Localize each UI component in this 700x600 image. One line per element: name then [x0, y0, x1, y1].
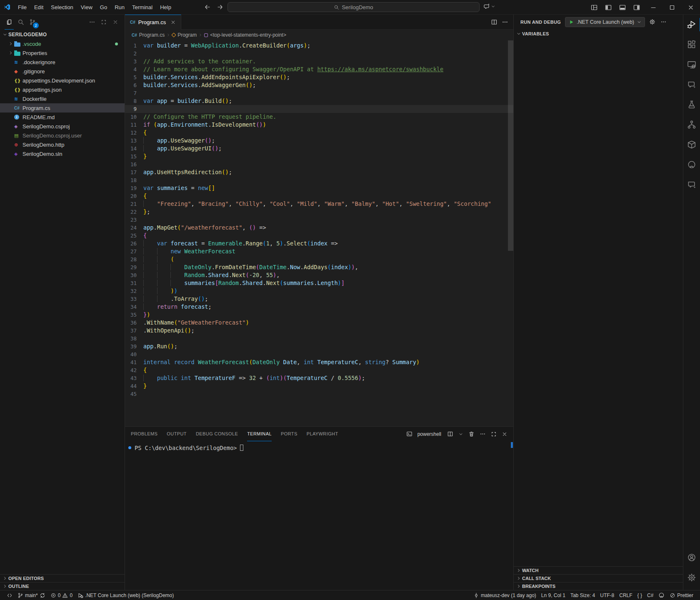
shell-label[interactable]: powershell [418, 431, 441, 437]
activity-settings-button[interactable] [683, 568, 700, 588]
customize-layout-button[interactable] [587, 0, 601, 15]
panel-tab-playwright[interactable]: PLAYWRIGHT [307, 427, 338, 441]
debug-status[interactable]: .NET Core Launch (web) (SerilogDemo) [75, 591, 176, 600]
activity-run-and-debug-button[interactable] [683, 15, 700, 35]
branch-status[interactable]: main* [15, 591, 48, 600]
code-line[interactable]: 21 "Freezing", "Bracing", "Chilly", "Coo… [125, 200, 513, 208]
formatter-status[interactable]: Prettier [667, 591, 696, 600]
menu-terminal[interactable]: Terminal [128, 2, 156, 12]
breadcrumb-top-level-statements-entry-point[interactable]: <top-level-statements-entry-point> [204, 32, 286, 38]
code-line[interactable]: 45 [125, 390, 513, 398]
section-call-stack[interactable]: CALL STACK [514, 574, 683, 582]
panel-tab-terminal[interactable]: TERMINAL [247, 427, 272, 441]
code-line[interactable]: 17app.UseHttpsRedirection(); [125, 168, 513, 176]
code-line[interactable]: 20{ [125, 192, 513, 200]
code-line[interactable]: 27 new WeatherForecast [125, 248, 513, 255]
views-more-actions-button[interactable] [86, 16, 98, 28]
code-line[interactable]: 26 var forecast = Enumerable.Range(1, 5)… [125, 240, 513, 248]
tree-item-vscode[interactable]: .vscode [0, 39, 125, 48]
code-line[interactable]: 22}; [125, 208, 513, 216]
close-panel-icon[interactable] [502, 431, 508, 437]
code-line[interactable]: 39app.Run(); [125, 342, 513, 350]
remote-indicator[interactable] [4, 591, 15, 600]
menu-file[interactable]: File [14, 2, 30, 12]
code-line[interactable]: 13 app.UseSwagger(); [125, 137, 513, 145]
tree-item-dockerignore[interactable]: ≋.dockerignore [0, 58, 125, 67]
code-editor[interactable]: 1var builder = WebApplication.CreateBuil… [125, 40, 513, 426]
tree-item-serilogdemo-http[interactable]: ⊕SerilogDemo.http [0, 140, 125, 149]
start-debug-icon[interactable] [568, 19, 574, 25]
code-line[interactable]: 44} [125, 382, 513, 390]
code-line[interactable]: 15} [125, 152, 513, 160]
code-line[interactable]: 43 public int TemperatureF => 32 + (int)… [125, 374, 513, 382]
code-line[interactable]: 10// Configure the HTTP request pipeline… [125, 113, 513, 121]
split-editor-icon[interactable] [491, 19, 498, 25]
code-line[interactable]: 4// Learn more about configuring Swagger… [125, 65, 513, 73]
search-view-button[interactable] [15, 16, 27, 28]
tree-root[interactable]: SERILOGDEMO [0, 30, 125, 39]
copilot-status[interactable] [656, 591, 667, 600]
section-breakpoints[interactable]: BREAKPOINTS [514, 582, 683, 590]
tree-item-serilogdemo-csproj[interactable]: ◈SerilogDemo.csproj [0, 122, 125, 131]
code-line[interactable]: 7 [125, 89, 513, 97]
cursor-position[interactable]: Ln 9, Col 1 [539, 591, 568, 600]
tree-item-properties[interactable]: Properties [0, 48, 125, 58]
activity-chat-sparkle-button[interactable] [683, 175, 700, 195]
variables-section-header[interactable]: VARIABLES [514, 29, 683, 38]
code-line[interactable]: 34 return forecast; [125, 303, 513, 311]
code-line[interactable]: 11if (app.Environment.IsDevelopment()) [125, 121, 513, 129]
gear-icon[interactable] [649, 19, 655, 25]
code-line[interactable]: 40 [125, 350, 513, 358]
code-line[interactable]: 38 [125, 335, 513, 342]
code-line[interactable]: 9 [125, 105, 513, 113]
code-line[interactable]: 5builder.Services.AddEndpointsApiExplore… [125, 73, 513, 81]
code-line[interactable]: 41internal record WeatherForecast(DateOn… [125, 358, 513, 366]
menu-edit[interactable]: Edit [30, 2, 47, 12]
code-line[interactable]: 35}) [125, 311, 513, 319]
copilot-menu-button[interactable] [483, 3, 495, 10]
tree-item-dockerfile[interactable]: ≋Dockerfile [0, 94, 125, 103]
braces-indicator[interactable]: { } [635, 591, 645, 600]
activity-account-button[interactable] [683, 548, 700, 568]
code-line[interactable]: 2 [125, 50, 513, 58]
panel-more-actions-icon[interactable] [480, 431, 486, 437]
toggle-secondary-sidebar-button[interactable] [630, 0, 644, 15]
focus-mode-button[interactable] [98, 16, 110, 28]
code-line[interactable]: 8var app = builder.Build(); [125, 97, 513, 105]
code-line[interactable]: 28 ( [125, 255, 513, 263]
minimize-button[interactable] [644, 0, 662, 15]
tab-program-cs[interactable]: C# Program.cs [125, 15, 181, 30]
launch-profile-chevron-icon[interactable] [458, 432, 463, 437]
code-line[interactable]: 25{ [125, 232, 513, 240]
panel-tab-debug-console[interactable]: DEBUG CONSOLE [196, 427, 238, 441]
close-window-button[interactable] [681, 0, 700, 15]
code-line[interactable]: 42{ [125, 366, 513, 374]
panel-tab-problems[interactable]: PROBLEMS [131, 427, 158, 441]
menu-selection[interactable]: Selection [47, 2, 77, 12]
code-line[interactable]: 33 .ToArray(); [125, 295, 513, 303]
eol-indicator[interactable]: CRLF [617, 591, 635, 600]
more-actions-icon[interactable] [660, 19, 667, 25]
tree-item-appsettings-development-json[interactable]: {}appsettings.Development.json [0, 76, 125, 85]
panel-tab-output[interactable]: OUTPUT [167, 427, 187, 441]
tree-item-appsettings-json[interactable]: {}appsettings.json [0, 85, 125, 94]
tree-item-serilogdemo-sln[interactable]: ◈SerilogDemo.sln [0, 149, 125, 158]
code-line[interactable]: 19var summaries = new[] [125, 184, 513, 192]
explorer-view-button[interactable] [3, 16, 15, 28]
section-outline[interactable]: OUTLINE [0, 582, 125, 590]
activity-containers-button[interactable] [683, 135, 700, 155]
activity-testing-button[interactable] [683, 95, 700, 115]
language-mode[interactable]: C# [645, 591, 656, 600]
activity-copilot-chat-button[interactable] [683, 75, 700, 95]
command-center-search[interactable]: SerilogDemo [228, 2, 480, 12]
code-line[interactable]: 23 [125, 216, 513, 224]
more-actions-icon[interactable] [502, 19, 508, 25]
code-line[interactable]: 30 Random.Shared.Next(-20, 55), [125, 271, 513, 279]
activity-extensions-button[interactable] [683, 35, 700, 55]
section-open-editors[interactable]: OPEN EDITORS [0, 574, 125, 582]
menu-go[interactable]: Go [96, 2, 111, 12]
kill-terminal-icon[interactable] [468, 431, 475, 437]
forward-icon[interactable] [217, 4, 223, 10]
code-line[interactable]: 1var builder = WebApplication.CreateBuil… [125, 42, 513, 50]
commit-status[interactable]: mateusz-dev (1 day ago) [471, 591, 539, 600]
